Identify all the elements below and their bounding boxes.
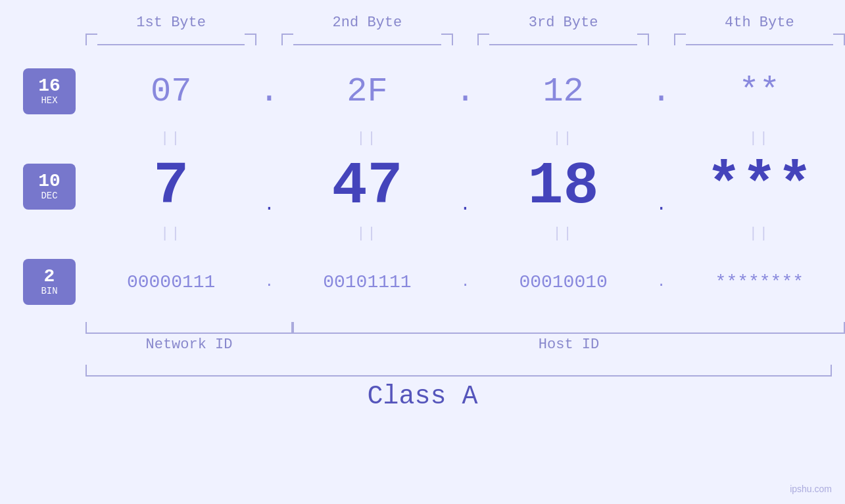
- hex-badge: 16 HEX: [23, 68, 76, 114]
- hex-val-b3: 12: [477, 72, 648, 111]
- bin-val-b4: ********: [674, 272, 845, 292]
- dec-dot-1: .: [256, 158, 281, 215]
- hex-row: 16 HEX 07 . 2F . 12 . **: [0, 55, 845, 127]
- equals-row-2: || || || ||: [0, 224, 845, 242]
- main-container: 1st Byte 2nd Byte 3rd Byte 4th Byte: [0, 0, 845, 504]
- network-id-label: Network ID: [85, 336, 293, 353]
- bracket-byte2: [281, 34, 452, 45]
- host-id-label: Host ID: [293, 336, 845, 353]
- bin-badge: 2 BIN: [23, 259, 76, 305]
- top-brackets-row: [0, 34, 845, 45]
- dec-val-b3: 18: [477, 153, 648, 220]
- byte1-header: 1st Byte: [85, 14, 256, 31]
- byte-headers-row: 1st Byte 2nd Byte 3rd Byte 4th Byte: [0, 0, 845, 31]
- dec-dot-3: .: [649, 158, 674, 215]
- equals-row-1: || || || ||: [0, 129, 845, 147]
- watermark: ipshu.com: [790, 484, 832, 494]
- bottom-brackets-row: [0, 322, 845, 334]
- hex-val-b2: 2F: [281, 72, 452, 111]
- class-label: Class A: [367, 382, 477, 411]
- bin-dot-3: .: [649, 274, 674, 290]
- bin-val-b1: 00000111: [85, 272, 256, 292]
- dec-badge: 10 DEC: [23, 164, 76, 210]
- bin-row: 2 BIN 00000111 . 00101111 . 00010010 . *…: [0, 246, 845, 318]
- hex-dot-3: .: [649, 72, 674, 111]
- class-section: [0, 365, 845, 377]
- bracket-byte1: [85, 34, 256, 45]
- hex-val-b1: 07: [85, 72, 256, 111]
- dec-val-b1: 7: [85, 153, 256, 220]
- network-id-bracket: [85, 322, 293, 334]
- bin-val-b3: 00010010: [477, 272, 648, 292]
- bin-dot-1: .: [256, 274, 281, 290]
- class-label-row: Class A: [0, 382, 845, 411]
- dec-val-b2: 47: [281, 153, 452, 220]
- dec-val-b4: ***: [674, 153, 845, 220]
- byte4-header: 4th Byte: [674, 14, 845, 31]
- byte2-header: 2nd Byte: [281, 14, 452, 31]
- hex-dot-1: .: [256, 72, 281, 111]
- host-id-bracket: [293, 322, 845, 334]
- dec-row: 10 DEC 7 . 47 . 18 . ***: [0, 150, 845, 223]
- byte3-header: 3rd Byte: [477, 14, 648, 31]
- bracket-byte4: [674, 34, 845, 45]
- id-labels-row: Network ID Host ID: [0, 336, 845, 353]
- dec-dot-2: .: [453, 158, 478, 215]
- bracket-byte3: [477, 34, 648, 45]
- bin-dot-2: .: [453, 274, 478, 290]
- hex-val-b4: **: [674, 72, 845, 111]
- bin-val-b2: 00101111: [281, 272, 452, 292]
- hex-dot-2: .: [453, 72, 478, 111]
